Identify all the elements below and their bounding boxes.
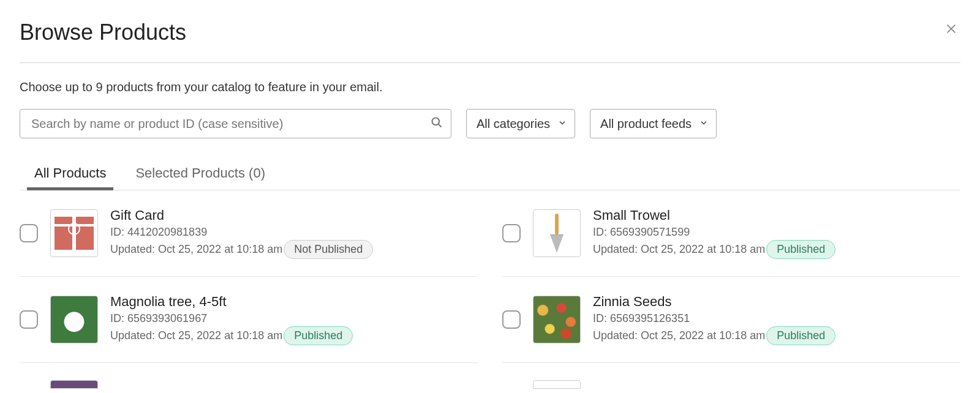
search-input[interactable]	[20, 109, 451, 138]
product-info: Magnolia tree, 4-5ft ID: 6569393061967 U…	[110, 294, 478, 345]
product-checkbox[interactable]	[502, 310, 521, 329]
svg-point-2	[432, 118, 440, 125]
product-name: Magnolia tree, 4-5ft	[110, 294, 478, 310]
trowel-icon	[550, 214, 564, 253]
product-thumbnail	[50, 296, 98, 343]
tab-label-prefix: Selected Products (	[135, 165, 253, 181]
product-thumbnail	[533, 209, 581, 257]
chevron-down-icon	[699, 117, 709, 131]
product-id: ID: 6569390571599	[593, 226, 960, 239]
product-updated: Updated: Oct 25, 2022 at 10:18 am	[110, 329, 282, 342]
product-updated: Updated: Oct 25, 2022 at 10:18 am	[110, 243, 282, 256]
feeds-dropdown[interactable]: All product feeds	[590, 109, 717, 138]
subtitle: Choose up to 9 products from your catalo…	[20, 80, 960, 94]
status-badge: Published	[284, 326, 353, 345]
product-row: Small Trowel ID: 6569390571599 Updated: …	[502, 190, 960, 277]
product-thumbnail	[50, 209, 98, 257]
product-thumbnail	[533, 296, 581, 343]
gift-card-icon	[55, 217, 94, 249]
product-name: Small Trowel	[593, 208, 960, 223]
svg-line-3	[439, 124, 442, 127]
close-button[interactable]	[942, 20, 960, 38]
status-badge: Published	[766, 326, 835, 345]
product-row: Gift Card ID: 4412020981839 Updated: Oct…	[20, 190, 478, 277]
feeds-dropdown-label: All product feeds	[600, 117, 692, 131]
product-id: ID: 4412020981839	[110, 226, 478, 239]
categories-dropdown-label: All categories	[477, 117, 550, 131]
search-icon	[431, 116, 443, 131]
product-name: Zinnia Seeds	[593, 294, 960, 310]
zinnia-icon	[533, 296, 580, 343]
page-title: Browse Products	[20, 20, 186, 45]
status-badge: Published	[766, 240, 835, 259]
tab-selected-count: 0	[253, 165, 260, 181]
close-icon	[944, 22, 958, 36]
categories-dropdown[interactable]: All categories	[466, 109, 575, 138]
product-info: Small Trowel ID: 6569390571599 Updated: …	[593, 208, 960, 259]
tab-selected-products[interactable]: Selected Products (0)	[135, 160, 265, 190]
tab-label: All Products	[34, 165, 106, 181]
product-thumbnail	[50, 380, 98, 389]
product-name: Gift Card	[110, 208, 478, 223]
product-updated: Updated: Oct 25, 2022 at 10:18 am	[593, 329, 765, 342]
magnolia-icon	[51, 296, 97, 343]
product-checkbox[interactable]	[20, 310, 38, 329]
status-badge: Not Published	[284, 240, 373, 259]
product-id: ID: 6569393061967	[110, 312, 478, 325]
product-row: Zinnia Seeds ID: 6569395126351 Updated: …	[502, 277, 960, 363]
product-info: Zinnia Seeds ID: 6569395126351 Updated: …	[593, 294, 960, 345]
product-checkbox[interactable]	[502, 224, 521, 242]
product-row: Magnolia tree, 4-5ft ID: 6569393061967 U…	[20, 277, 478, 363]
product-updated: Updated: Oct 25, 2022 at 10:18 am	[593, 243, 765, 256]
tab-label-suffix: )	[261, 165, 265, 181]
product-id: ID: 6569395126351	[593, 312, 960, 325]
product-checkbox[interactable]	[20, 224, 38, 242]
product-thumbnail	[533, 380, 581, 389]
search-wrapper	[20, 109, 451, 138]
tab-all-products[interactable]: All Products	[34, 160, 106, 190]
product-row-partial	[502, 363, 960, 389]
product-info: Gift Card ID: 4412020981839 Updated: Oct…	[110, 208, 478, 259]
product-row-partial	[20, 363, 478, 389]
chevron-down-icon	[557, 117, 567, 131]
